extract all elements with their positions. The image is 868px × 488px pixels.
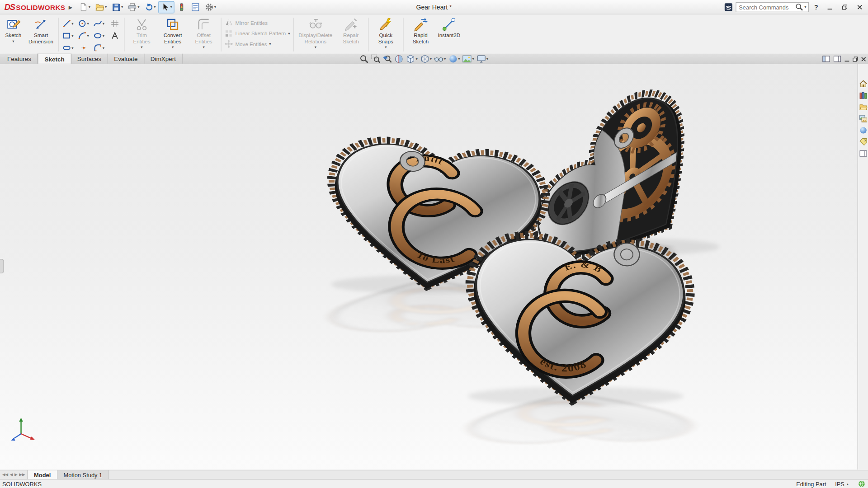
featuremanager-collapse-tab[interactable]: [0, 259, 4, 273]
dropdown-caret-icon[interactable]: ▾: [12, 39, 14, 43]
arc-tool-button[interactable]: ▾: [76, 29, 91, 42]
rebuild-button[interactable]: [175, 1, 188, 13]
appearances-sphere-icon[interactable]: [859, 126, 867, 134]
dropdown-caret-icon[interactable]: ▾: [444, 57, 446, 61]
save-button[interactable]: ▾: [109, 1, 125, 13]
tab-features[interactable]: Features: [1, 54, 38, 64]
sketch-button[interactable]: Sketch ▾: [1, 15, 25, 53]
select-button[interactable]: ▾: [159, 1, 175, 13]
split-pane-icon[interactable]: [833, 55, 841, 63]
line-tool-button[interactable]: ▾: [60, 17, 75, 29]
tab-evaluate[interactable]: Evaluate: [108, 54, 145, 64]
fillet-tool-button[interactable]: ▾: [91, 42, 107, 54]
edit-appearance-button[interactable]: ▾: [448, 54, 461, 64]
unit-system-selector[interactable]: IPS ▴: [835, 480, 849, 487]
section-view-button[interactable]: [394, 54, 404, 64]
instant2d-button[interactable]: Instant2D: [436, 15, 462, 53]
quick-snaps-button[interactable]: Quick Snaps ▾: [370, 15, 401, 53]
rapid-sketch-button[interactable]: Rapid Sketch: [405, 15, 436, 53]
dropdown-caret-icon[interactable]: ▾: [154, 5, 156, 9]
scroll-last-icon[interactable]: ▶▶: [19, 473, 25, 477]
tab-surfaces[interactable]: Surfaces: [71, 54, 108, 64]
doc-minimize-icon[interactable]: [844, 56, 849, 61]
close-button[interactable]: [854, 2, 866, 12]
open-button[interactable]: ▾: [93, 1, 109, 13]
dropdown-caret-icon[interactable]: ▾: [87, 21, 89, 25]
spline-tool-button[interactable]: ▾: [91, 17, 107, 29]
dropdown-caret-icon[interactable]: ▾: [87, 33, 89, 38]
custom-properties-tag-icon[interactable]: [859, 138, 867, 146]
dropdown-caret-icon[interactable]: ▾: [71, 21, 73, 25]
tab-dimxpert[interactable]: DimXpert: [144, 54, 182, 64]
titlebar: DS SOLIDWORKS ▶ ▾ ▾ ▾ ▾ ▾ ▾ ▾ Gear Heart…: [0, 0, 868, 14]
display-style-button[interactable]: ▾: [420, 54, 433, 64]
convert-entities-button[interactable]: Convert Entities ▾: [157, 15, 189, 53]
dropdown-caret-icon[interactable]: ▾: [458, 57, 460, 61]
dropdown-caret-icon[interactable]: ▾: [430, 57, 432, 61]
dropdown-caret-icon[interactable]: ▾: [71, 46, 73, 50]
dropdown-caret-icon[interactable]: ▾: [170, 5, 172, 9]
dropdown-caret-icon[interactable]: ▾: [137, 5, 139, 9]
display-style-icon: [420, 54, 429, 64]
scroll-right-icon[interactable]: ▶: [14, 473, 18, 477]
dropdown-caret-icon[interactable]: ▾: [472, 57, 474, 61]
resources-home-icon[interactable]: [859, 80, 867, 88]
web-globe-icon[interactable]: [858, 480, 866, 488]
previous-view-button[interactable]: [382, 54, 392, 64]
dropdown-caret-icon[interactable]: ▾: [214, 5, 216, 9]
dropdown-caret-icon[interactable]: ▾: [105, 5, 107, 9]
ellipse-tool-button[interactable]: ▾: [91, 29, 107, 42]
model-tab[interactable]: Model: [28, 470, 57, 479]
dropdown-caret-icon[interactable]: ▾: [172, 45, 174, 49]
new-button[interactable]: ▾: [77, 1, 93, 13]
file-properties-button[interactable]: [189, 1, 202, 13]
rectangle-tool-button[interactable]: ▾: [60, 29, 75, 42]
hide-show-items-button[interactable]: ▾: [434, 54, 447, 64]
scroll-left-icon[interactable]: ◀: [10, 473, 13, 477]
doc-close-icon[interactable]: [861, 56, 866, 61]
dropdown-caret-icon[interactable]: ▾: [103, 33, 104, 38]
help-button[interactable]: ?: [811, 3, 821, 11]
apply-scene-button[interactable]: ▾: [462, 54, 475, 64]
zoom-to-area-button[interactable]: [370, 54, 381, 64]
dropdown-caret-icon[interactable]: ▾: [89, 5, 90, 9]
search-icon[interactable]: [795, 3, 803, 11]
sketch-picture-tool-button[interactable]: [107, 17, 122, 29]
graphics-area[interactable]: Built To Last: [0, 64, 868, 470]
undo-button[interactable]: ▾: [142, 1, 158, 13]
smart-dimension-button[interactable]: Smart Dimension: [25, 15, 57, 53]
restore-button[interactable]: [839, 2, 851, 12]
tab-sketch[interactable]: Sketch: [38, 54, 71, 64]
toolbar-flyout-arrow-icon[interactable]: ▶: [69, 4, 72, 9]
dropdown-caret-icon[interactable]: ▾: [121, 5, 123, 9]
search-input[interactable]: [739, 4, 794, 10]
dropdown-caret-icon[interactable]: ▾: [385, 45, 387, 49]
text-tool-button[interactable]: [107, 29, 122, 42]
circle-tool-button[interactable]: ▾: [76, 17, 91, 29]
dropdown-caret-icon[interactable]: ▾: [416, 57, 418, 61]
dropdown-caret-icon[interactable]: ▾: [804, 5, 806, 9]
dropdown-caret-icon[interactable]: ▾: [71, 33, 73, 38]
motion-study-tab[interactable]: Motion Study 1: [57, 470, 109, 479]
doc-restore-icon[interactable]: [853, 56, 858, 61]
solidworks-window-icon[interactable]: [859, 150, 867, 158]
search-commands-box[interactable]: ▾: [736, 2, 809, 12]
zoom-to-fit-button[interactable]: [359, 54, 369, 64]
dropdown-caret-icon[interactable]: ▾: [486, 57, 488, 61]
scroll-first-icon[interactable]: ◀◀: [2, 473, 8, 477]
view-orientation-button[interactable]: ▾: [405, 54, 418, 64]
point-tool-button[interactable]: [76, 42, 91, 54]
solidworks-badge-icon[interactable]: [724, 3, 733, 12]
show-pane-icon[interactable]: [822, 55, 830, 63]
minimize-button[interactable]: [824, 2, 836, 12]
design-library-icon[interactable]: [859, 91, 867, 99]
dropdown-caret-icon[interactable]: ▾: [103, 46, 104, 50]
slot-tool-button[interactable]: ▾: [60, 42, 75, 54]
file-explorer-icon[interactable]: [859, 103, 867, 111]
view-settings-button[interactable]: ▾: [476, 54, 489, 64]
options-button[interactable]: ▾: [203, 1, 218, 13]
dropdown-caret-icon[interactable]: ▴: [847, 482, 849, 486]
dropdown-caret-icon[interactable]: ▾: [103, 21, 104, 25]
print-button[interactable]: ▾: [126, 1, 142, 13]
view-palette-icon[interactable]: [859, 114, 867, 122]
